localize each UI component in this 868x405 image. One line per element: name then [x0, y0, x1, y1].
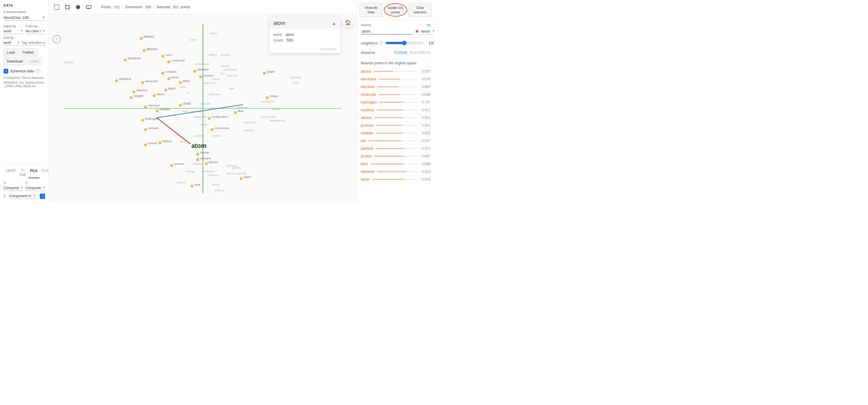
svg-text:organisms: organisms [203, 81, 216, 85]
neighbors-row: neighbors ? 100 [357, 38, 434, 48]
x-select[interactable]: Component #1 Component #2 Component #3 [4, 185, 23, 191]
nearest-item-name[interactable]: ions [361, 162, 368, 166]
y-select-wrap[interactable]: Component #1 Component #2 Component #3 [26, 185, 45, 191]
nearest-bar [379, 78, 400, 80]
svg-line-6 [157, 118, 190, 144]
nearest-item-name[interactable]: molecule [361, 92, 376, 97]
viewer-area[interactable]: ethanolaminoacidsalkanesnitrogenammoniar… [49, 14, 357, 203]
color-by-select[interactable]: No color map word [26, 29, 45, 34]
projection-tabs: UMAP T-SNE PCA CUSTOM [4, 164, 45, 178]
nearest-item-name[interactable]: electrons [361, 77, 376, 81]
distance-label: distance [361, 50, 392, 55]
svg-text:helium: helium [162, 139, 172, 143]
search-inputs: ✱ word index [361, 29, 430, 34]
label-toggle-icon[interactable]: A [85, 3, 93, 11]
isolate-button[interactable]: Isolate 101 points [384, 3, 408, 16]
nearest-bar-wrap [376, 109, 417, 110]
dataset-select[interactable]: Word2Vec 10K Word2Vec 100K FastText [4, 15, 45, 21]
nearest-item-name[interactable]: nucleus [361, 108, 374, 112]
nearest-item-score: 0.916 [420, 177, 430, 181]
dataset-select-wrapper[interactable]: Word2Vec 10K Word2Vec 100K FastText [4, 15, 45, 21]
svg-point-93 [159, 141, 162, 144]
nearest-item-name[interactable]: bond [361, 177, 369, 181]
download-button[interactable]: Download [4, 58, 26, 65]
list-item: bond0.916 [361, 175, 430, 183]
nearest-item-name[interactable]: proton [361, 154, 372, 158]
tab-tsne[interactable]: T-SNE [18, 168, 29, 178]
svg-text:orbiting: orbiting [215, 189, 224, 192]
nearest-list: atoms0.557electrons0.678electron0.687mol… [361, 68, 430, 183]
svg-text:bonds: bonds [171, 76, 179, 79]
svg-text:atomic: atomic [177, 181, 185, 184]
tab-custom[interactable]: CUSTOM [39, 168, 49, 178]
nearest-item-name[interactable]: protons [361, 123, 373, 128]
nearest-item-name[interactable]: atomic [361, 115, 372, 120]
popup-word-row: word atom [274, 32, 336, 37]
euclidean-option[interactable]: EUCLIDEAN [410, 51, 430, 55]
svg-point-31 [167, 77, 170, 80]
nearest-title: Nearest points in the original space: [361, 61, 430, 65]
nearest-item-score: 0.887 [420, 154, 430, 158]
x-label: X [4, 181, 23, 185]
svg-text:protons: protons [194, 134, 204, 137]
z-select[interactable]: Component #1 Component #2 Component #3 [9, 193, 36, 199]
svg-text:elemental: elemental [145, 79, 157, 83]
tag-input[interactable] [21, 40, 45, 46]
search-by-select[interactable]: word index [421, 29, 434, 34]
svg-text:neutron: neutron [174, 162, 184, 165]
x-select-wrap[interactable]: Component #1 Component #2 Component #3 [4, 185, 23, 191]
nearest-item-name[interactable]: ion [361, 138, 366, 143]
svg-text:mathrm: mathrm [238, 106, 247, 109]
crop-icon[interactable] [63, 3, 71, 11]
help-button[interactable]: ? [53, 35, 61, 43]
right-panel: Show All Data Isolate 101 points Clear s… [357, 0, 434, 203]
night-mode-icon[interactable] [74, 3, 82, 11]
svg-text:item: item [238, 109, 244, 113]
svg-text:graph: graph [267, 70, 275, 73]
neighbors-info-icon[interactable]: ? [379, 41, 383, 45]
toolbar-divider [96, 4, 97, 11]
clear-selection-button[interactable]: Clear selection [408, 3, 432, 17]
list-item: atomic0.821 [361, 114, 430, 122]
load-button[interactable]: Load [4, 48, 18, 56]
svg-point-97 [196, 153, 199, 156]
checkpoint-row: Checkpoint: Demo datasets [4, 76, 45, 79]
svg-text:topologic: topologic [290, 76, 301, 79]
svg-point-71 [266, 96, 269, 99]
nearest-bar-wrap [377, 171, 417, 172]
color-by-select-wrap[interactable]: No color map word [26, 29, 45, 34]
label-by-select-wrap[interactable]: word index [4, 29, 23, 34]
nearest-item-name[interactable]: atoms [361, 69, 371, 73]
popup-close-button[interactable]: ▲ [332, 21, 336, 26]
tab-pca[interactable]: PCA [28, 168, 39, 178]
neighbors-slider[interactable] [385, 41, 424, 45]
nearest-item-name[interactable]: particle [361, 146, 373, 150]
cosine-option[interactable]: COSINE [394, 51, 408, 55]
tensors-found: 5 tensors found [4, 10, 45, 14]
home-button[interactable]: 🏠 [343, 17, 353, 28]
search-label: Search [361, 23, 371, 27]
search-by-select-wrap[interactable]: word index [421, 29, 434, 34]
edit-by-select-wrap[interactable]: word [4, 40, 20, 46]
publish-button[interactable]: Publish [19, 48, 37, 56]
sphereize-checkbox[interactable] [4, 69, 8, 73]
svg-text:dna: dna [220, 72, 225, 75]
nearest-item-name[interactable]: element [361, 169, 374, 174]
sphereize-info-icon[interactable]: ? [36, 69, 40, 73]
nearest-bar-wrap [373, 71, 417, 72]
search-input[interactable] [361, 29, 413, 34]
svg-text:orbitals: orbitals [200, 151, 210, 154]
panel-title: DATA [4, 4, 45, 7]
nearest-item-name[interactable]: hydrogen [361, 100, 377, 104]
edit-by-select[interactable]: word [4, 40, 20, 46]
tab-umap[interactable]: UMAP [4, 168, 18, 178]
z-select-wrap[interactable]: Component #1 Component #2 Component #3 [9, 193, 36, 199]
nearest-item-name[interactable]: orbitals [361, 131, 373, 135]
label-by-select[interactable]: word index [4, 29, 23, 34]
y-select[interactable]: Component #1 Component #2 Component #3 [26, 185, 45, 191]
show-all-button[interactable]: Show All Data [360, 3, 383, 17]
nearest-item-name[interactable]: electron [361, 85, 374, 89]
select-rect-icon[interactable] [53, 3, 61, 11]
z-enabled-checkbox[interactable] [40, 194, 45, 199]
svg-text:acids: acids [190, 38, 197, 41]
